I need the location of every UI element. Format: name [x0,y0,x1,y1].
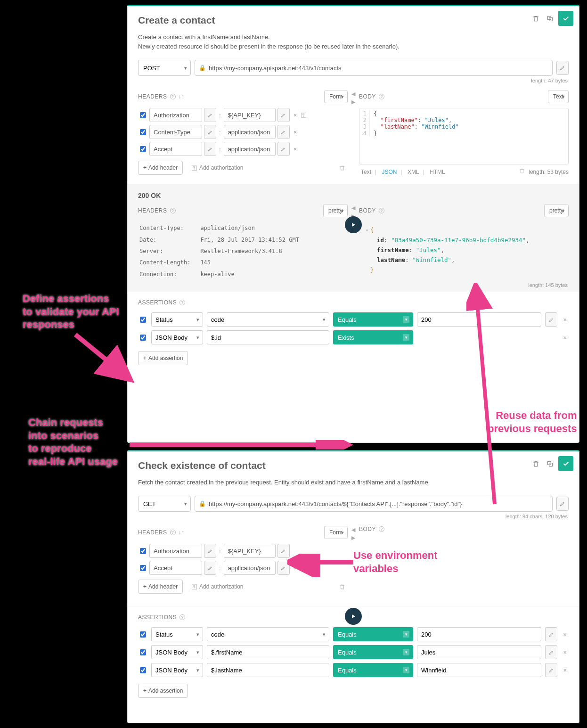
resp-headers-mode[interactable]: pretty [323,204,348,217]
remove-assertion-icon[interactable]: × [561,334,569,341]
header-name-input[interactable] [149,561,202,575]
assertion-enabled-checkbox[interactable] [140,631,146,638]
headers-mode-select[interactable]: Form [324,526,348,539]
add-authorization-link[interactable]: ⚿Add authorization [188,164,247,172]
edit-icon[interactable] [545,645,557,659]
assertion-op-select[interactable]: Exists [333,330,413,344]
url-input[interactable]: 🔒 https://my-company.apispark.net:443/v1… [195,60,553,76]
confirm-button[interactable] [558,11,573,26]
remove-assertion-icon[interactable]: × [561,649,569,656]
assertion-enabled-checkbox[interactable] [140,667,146,673]
assertion-op-select[interactable]: Equals [333,312,413,327]
edit-icon[interactable] [204,544,216,558]
add-assertion-button[interactable]: +Add assertion [138,684,188,698]
assertion-enabled-checkbox[interactable] [140,335,146,341]
header-enabled-checkbox[interactable] [140,548,146,554]
header-value-input[interactable] [224,142,276,156]
header-enabled-checkbox[interactable] [140,565,146,571]
edit-icon[interactable] [204,125,216,139]
column-collapse[interactable]: ◀▶ [348,90,359,175]
header-name-input[interactable] [149,125,202,139]
trash-icon[interactable] [336,581,348,592]
http-method-select[interactable]: GET [138,496,191,512]
copy-icon[interactable] [544,13,555,24]
body-length: length: 53 bytes [529,169,569,175]
edit-icon[interactable] [545,627,557,641]
copy-icon[interactable] [544,458,555,469]
assertion-source-select[interactable]: JSON Body [151,663,203,677]
edit-icon[interactable] [545,312,557,327]
header-value-input[interactable] [224,544,276,558]
header-value-input[interactable] [224,561,276,575]
url-input[interactable]: 🔒 https://my-company.apispark.net:443/v1… [195,496,553,512]
edit-url-button[interactable] [556,497,569,511]
remove-header-icon[interactable]: × [292,146,299,153]
http-method-select[interactable]: POST [138,60,191,76]
remove-header-icon[interactable]: × [292,564,299,572]
assertion-value-input[interactable] [417,627,541,641]
assertion-path-input[interactable] [207,330,329,344]
remove-assertion-icon[interactable]: × [561,631,569,638]
add-authorization-link[interactable]: ⚿Add authorization [188,583,247,590]
assertion-enabled-checkbox[interactable] [140,649,146,655]
remove-assertion-icon[interactable]: × [561,316,569,323]
edit-icon[interactable] [204,108,216,122]
arrow-icon [71,330,137,386]
assertion-source-select[interactable]: JSON Body [151,330,203,344]
trash-icon[interactable] [336,162,348,173]
resp-body-mode[interactable]: pretty [544,204,569,217]
edit-url-button[interactable] [556,61,569,75]
header-name-input[interactable] [149,142,202,156]
edit-icon[interactable] [204,142,216,156]
edit-icon[interactable] [277,544,290,558]
body-editor[interactable]: 1{ 2 "firstName": "Jules", 3 "lastName":… [359,108,569,164]
headers-mode-select[interactable]: Form [324,90,348,103]
assertion-op-select[interactable]: Equals [333,663,413,677]
body-mode-select[interactable]: Text [548,90,569,103]
edit-icon[interactable] [277,561,290,575]
assertion-value-input[interactable] [417,645,541,659]
edit-icon[interactable] [277,108,290,122]
sort-icon[interactable]: ↓↑ [179,93,185,100]
edit-icon[interactable] [277,142,290,156]
trash-icon[interactable] [519,168,525,175]
remove-assertion-icon[interactable]: × [561,667,569,674]
assertion-source-select[interactable]: JSON Body [151,645,203,659]
confirm-button[interactable] [558,456,573,471]
remove-header-icon[interactable]: × [292,129,299,136]
column-collapse[interactable]: ◀▶ [348,204,359,280]
run-button[interactable] [345,608,362,625]
header-value-input[interactable] [224,125,276,139]
assertion-source-select[interactable]: Status [151,627,203,641]
header-name-input[interactable] [149,544,202,558]
add-header-button[interactable]: +Add header [138,580,183,594]
body-format-tabs[interactable]: Text| JSON| XML| HTML [359,169,447,175]
body-label: BODY? [359,526,384,532]
run-button[interactable] [345,216,362,233]
assertion-path-input[interactable] [207,663,329,677]
assertion-value-input[interactable] [417,312,541,327]
edit-icon[interactable] [277,125,290,139]
assertion-op-select[interactable]: Equals [333,645,413,659]
remove-header-icon[interactable]: × [292,112,299,119]
assertion-path-select[interactable]: code [207,627,329,641]
header-name-input[interactable] [149,108,202,122]
header-enabled-checkbox[interactable] [140,146,146,152]
trash-icon[interactable] [530,13,541,24]
add-assertion-button[interactable]: +Add assertion [138,351,188,365]
edit-icon[interactable] [545,663,557,677]
assertion-source-select[interactable]: Status [151,312,203,327]
response-body-length: length: 145 bytes [138,280,569,288]
assertion-path-input[interactable] [207,645,329,659]
edit-icon[interactable] [204,561,216,575]
trash-icon[interactable] [530,458,541,469]
header-enabled-checkbox[interactable] [140,129,146,135]
sort-icon[interactable]: ↓↑ [179,529,185,536]
assertion-op-select[interactable]: Equals [333,627,413,641]
assertion-enabled-checkbox[interactable] [140,317,146,323]
assertion-value-input[interactable] [417,663,541,677]
add-header-button[interactable]: +Add header [138,161,183,175]
header-enabled-checkbox[interactable] [140,112,146,118]
assertion-path-select[interactable]: code [207,312,329,327]
header-value-input[interactable] [224,108,276,122]
